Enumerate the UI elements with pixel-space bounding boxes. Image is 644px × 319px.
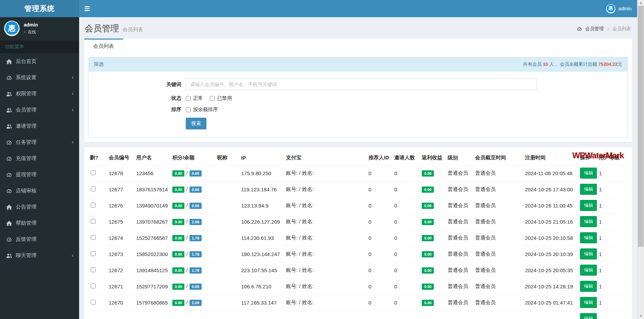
rebate-cell: 0.00: [420, 278, 446, 295]
user-grade-cell: 1: [597, 181, 630, 198]
status-disabled-checkbox[interactable]: 已禁用: [210, 95, 232, 102]
chevron-left-icon: ‹: [72, 74, 74, 81]
sidebar-item-5[interactable]: 任务管理 ‹: [0, 134, 79, 150]
member-select-checkbox[interactable]: [91, 187, 96, 191]
sidebar-item-9[interactable]: 公告管理: [0, 199, 79, 215]
users-icon: [6, 253, 12, 258]
tab-member-list[interactable]: 会员列表: [84, 39, 123, 53]
sort-label: 排序: [89, 106, 186, 113]
user-grade-cell: 1: [597, 198, 630, 214]
edit-button[interactable]: 编辑: [580, 281, 597, 292]
users-icon: [6, 91, 12, 97]
sidebar-toggle-button[interactable]: [79, 0, 95, 17]
user-grade-cell: 1: [597, 262, 630, 278]
member-id-cell: 12671: [107, 278, 134, 295]
sidebar-item-2[interactable]: 权限管理 ‹: [0, 86, 79, 102]
app-logo[interactable]: 管理系统: [0, 0, 79, 17]
points-badge: 0.00: [172, 170, 184, 177]
nickname-cell: [215, 278, 239, 295]
sidebar-item-label: 聊天管理: [16, 252, 36, 259]
chevron-left-icon: ‹: [72, 106, 74, 113]
sidebar-item-7[interactable]: 提现管理: [0, 167, 79, 183]
ip-cell: 180.123.144.247: [239, 246, 284, 262]
edit-button[interactable]: 编辑: [580, 232, 597, 243]
breadcrumb-link-members[interactable]: 会员管理: [585, 26, 604, 32]
alipay-cell: 账号: / 姓名:: [284, 230, 366, 246]
member-expire-cell: [473, 311, 523, 319]
scrollbar-up-arrow-icon[interactable]: ▲: [637, 0, 644, 6]
member-select-checkbox[interactable]: [91, 203, 96, 208]
level-cell: 普通会员: [446, 246, 473, 262]
sidebar-item-label: 任务管理: [16, 139, 36, 146]
member-select-checkbox[interactable]: [91, 300, 96, 305]
ip-cell: [239, 311, 284, 319]
rebate-cell: 0.00: [420, 165, 446, 181]
chevron-left-icon: ‹: [72, 252, 74, 259]
sidebar-item-6[interactable]: 充值管理: [0, 150, 79, 167]
edit-button[interactable]: 编辑: [580, 265, 597, 276]
users-icon: [6, 107, 12, 113]
level-cell: 普通会员: [446, 230, 473, 246]
sidebar-item-label: 提现管理: [16, 171, 36, 178]
edit-button[interactable]: 编辑: [580, 297, 597, 308]
member-expire-cell: 普通会员: [473, 262, 523, 278]
scrollbar-thumb[interactable]: [638, 6, 644, 247]
member-select-checkbox[interactable]: [91, 170, 96, 175]
sidebar-item-8[interactable]: 店铺审核: [0, 183, 79, 199]
sidebar-item-1[interactable]: 系统设置 ‹: [0, 70, 79, 86]
points-balance-cell: 0.00/0.00: [170, 278, 215, 295]
filter-title: 筛选: [94, 61, 104, 67]
member-expire-cell: 普通会员: [473, 230, 523, 246]
rebate-badge: 0.00: [422, 235, 434, 241]
nickname-cell: [215, 295, 239, 311]
member-table-card: WPWaterMark 删? 会员编号 用户名 积分/余额 昵称 IP 支付宝 …: [84, 147, 632, 319]
member-select-checkbox[interactable]: [91, 284, 96, 288]
member-id-cell: 12677: [107, 181, 134, 198]
keyword-input[interactable]: [186, 78, 537, 90]
balance-badge: 2.00: [190, 300, 202, 306]
register-time-cell: 2024-10-26 11:00:45: [523, 198, 578, 214]
navbar-user-menu[interactable]: 惠 •••• admin: [601, 0, 637, 17]
table-row: 12671 15297717209 0.00/0.00 106.6.76.210…: [88, 278, 630, 295]
alipay-cell: [284, 311, 366, 319]
alipay-cell: 账号: / 姓名:: [284, 198, 366, 214]
edit-button[interactable]: 编辑: [580, 313, 597, 319]
search-button[interactable]: 搜索: [186, 118, 206, 129]
table-row: 12675 13970768267 0.00/2.08 106.226.127.…: [88, 214, 630, 230]
sidebar-item-11[interactable]: 反馈管理: [0, 231, 79, 247]
scrollbar-down-arrow-icon[interactable]: ▼: [637, 313, 644, 319]
register-time-cell: 2024-10-25 01:47:41: [523, 295, 578, 311]
member-select-checkbox[interactable]: [91, 267, 96, 272]
total-balance: 75204.22: [598, 62, 618, 67]
member-expire-cell: 普通会员: [473, 198, 523, 214]
edit-button[interactable]: 编辑: [580, 200, 597, 211]
table-row: 12674 15252766587 0.00/1.78 114.230.61.9…: [88, 230, 630, 246]
username-cell: [134, 311, 170, 319]
table-row: 12676 13949070149 0.00/0.00 123.13.94.9 …: [88, 198, 630, 214]
sidebar-item-label: 权限管理: [16, 91, 36, 97]
points-balance-cell: 0.00/0.00: [170, 181, 215, 198]
member-id-cell: 12678: [107, 165, 134, 181]
member-select-checkbox[interactable]: [91, 251, 96, 256]
edit-button[interactable]: 编辑: [580, 184, 597, 195]
hamburger-icon: [85, 6, 90, 7]
edit-button[interactable]: 编辑: [580, 168, 597, 179]
window-scrollbar[interactable]: ▲ ▼: [637, 0, 644, 319]
status-normal-checkbox[interactable]: 正常: [186, 95, 203, 102]
sidebar-item-0[interactable]: 后台首页: [0, 53, 79, 70]
dashboard-icon: [6, 237, 12, 242]
sidebar-item-10[interactable]: 帮助管理: [0, 215, 79, 231]
username-cell: 123456: [134, 165, 170, 181]
user-status: ● 在线: [24, 29, 38, 35]
username-cell: 13949070149: [134, 198, 170, 214]
sidebar-item-4[interactable]: 邀请管理: [0, 118, 79, 134]
edit-button[interactable]: 编辑: [580, 248, 597, 259]
sidebar-item-12[interactable]: 聊天管理 ‹: [0, 247, 79, 264]
ip-cell: 123.13.94.9: [239, 198, 284, 214]
member-select-checkbox[interactable]: [91, 219, 96, 224]
edit-button[interactable]: 编辑: [580, 216, 597, 227]
member-select-checkbox[interactable]: [91, 235, 96, 240]
sort-by-balance-checkbox[interactable]: 按余额排序: [186, 106, 218, 113]
sidebar-item-3[interactable]: 会员管理 ‹: [0, 102, 79, 118]
sidebar-item-label: 充值管理: [16, 155, 36, 162]
